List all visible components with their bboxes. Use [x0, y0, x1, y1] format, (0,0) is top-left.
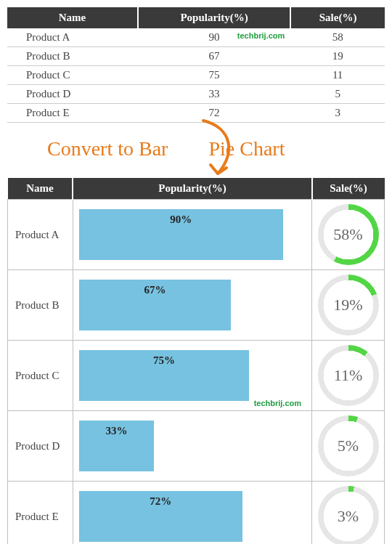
sale-donut: 3 [318, 486, 379, 544]
cell-sale: 58 [290, 28, 385, 47]
sale-donut-label: 3 [338, 507, 359, 526]
sale-donut-cell: 3 [312, 482, 385, 545]
popularity-bar: 75 [79, 350, 249, 401]
popularity-bar: 33 [79, 421, 154, 471]
popularity-bar-cell: 33 [73, 411, 311, 482]
sale-donut: 5 [318, 415, 379, 476]
cell-popularity: 67 [138, 47, 290, 66]
cell-popularity: 33 [138, 85, 290, 104]
cell-name: Product D [8, 411, 73, 482]
cell-popularity: 75 [138, 66, 290, 85]
col-sale: Sale(%) [290, 7, 385, 28]
col-name: Name [7, 7, 138, 28]
popularity-bar-cell: 75techbrij.com [73, 341, 311, 411]
annotation-right: Pie Chart [208, 137, 285, 160]
sale-donut-label: 11 [334, 366, 363, 385]
cell-popularity: 90 techbrij.com [138, 28, 290, 47]
table-row: Product B6719 [8, 270, 385, 341]
popularity-bar-label: 90 [170, 214, 192, 226]
popularity-bar-label: 75 [153, 354, 175, 367]
popularity-bar: 72 [79, 491, 242, 542]
table-row: Product A9058 [8, 200, 385, 270]
sale-donut: 58 [318, 204, 379, 265]
table-row: Product D 33 5 [7, 85, 385, 104]
cell-name: Product A [7, 28, 138, 47]
popularity-bar-cell: 67 [73, 270, 311, 341]
annotation-left: Convert to Bar [47, 137, 168, 160]
col-sale: Sale(%) [312, 178, 385, 200]
watermark: techbrij.com [237, 31, 285, 40]
popularity-bar: 67 [79, 280, 231, 330]
cell-name: Product E [8, 482, 73, 545]
cell-sale: 11 [290, 66, 385, 85]
sale-donut-label: 19 [333, 296, 362, 314]
sale-donut-cell: 19 [312, 270, 385, 341]
popularity-bar-cell: 90 [73, 200, 311, 270]
popularity-bar-label: 67 [144, 284, 166, 296]
col-name: Name [8, 178, 73, 200]
cell-name: Product A [8, 200, 73, 270]
popularity-bar-cell: 72 [73, 482, 311, 545]
cell-name: Product D [7, 85, 138, 104]
cell-name: Product C [8, 341, 73, 411]
sale-donut-cell: 11 [312, 341, 385, 411]
table-row: Product B 67 19 [7, 47, 385, 66]
chart-table: Name Popularity(%) Sale(%) Product A9058… [7, 178, 385, 544]
sale-donut: 19 [318, 275, 379, 336]
watermark: techbrij.com [254, 399, 301, 407]
table-row: Product C 75 11 [7, 66, 385, 85]
sale-donut-cell: 58 [312, 200, 385, 270]
table-row: Product C75techbrij.com11 [8, 341, 385, 411]
sale-donut-cell: 5 [312, 411, 385, 482]
table-row: Product E723 [8, 482, 385, 545]
cell-name: Product B [8, 270, 73, 341]
sale-donut-label: 58 [333, 225, 362, 244]
table-row: Product D335 [8, 411, 385, 482]
col-popularity: Popularity(%) [138, 7, 290, 28]
cell-name: Product B [7, 47, 138, 66]
sale-donut: 11 [318, 345, 379, 406]
sale-donut-label: 5 [338, 437, 359, 455]
table-row: Product A 90 techbrij.com 58 [7, 28, 385, 47]
raw-data-table: Name Popularity(%) Sale(%) Product A 90 … [7, 7, 385, 123]
cell-sale: 19 [290, 47, 385, 66]
popularity-bar-label: 33 [105, 425, 127, 437]
cell-sale: 3 [290, 104, 385, 123]
popularity-bar-label: 72 [150, 495, 171, 508]
cell-name: Product E [7, 104, 138, 123]
col-popularity: Popularity(%) [73, 178, 311, 200]
cell-name: Product C [7, 66, 138, 85]
popularity-bar: 90 [79, 209, 283, 260]
cell-sale: 5 [290, 85, 385, 104]
annotation: Convert to BarPie Chart [7, 127, 385, 178]
